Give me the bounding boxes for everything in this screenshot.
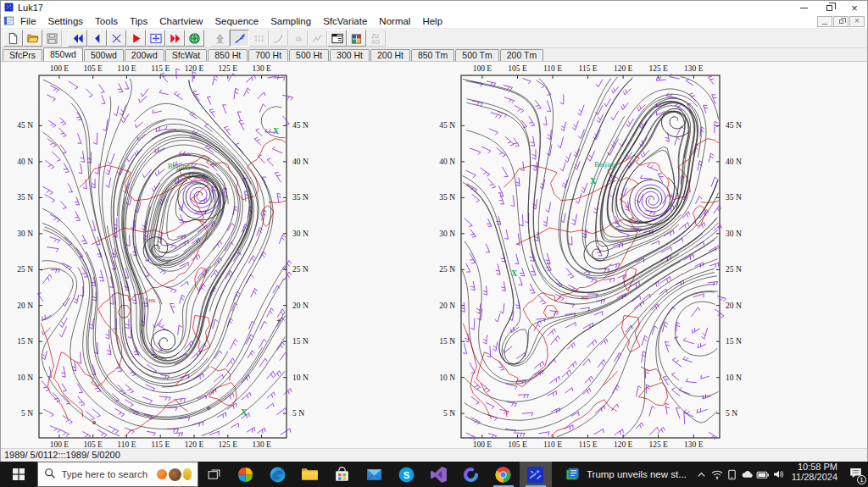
loop-taskbar-button[interactable]	[455, 462, 487, 487]
tab-sfcwat[interactable]: SfcWat	[165, 49, 207, 61]
microsoft-store-taskbar-button[interactable]	[326, 462, 359, 487]
axis-tick-label: 100 E	[473, 440, 492, 448]
axis-tick-label: 110 E	[543, 65, 562, 73]
up-arrow-button	[210, 30, 230, 47]
menu-help[interactable]: Help	[416, 15, 448, 27]
menu-file[interactable]: File	[14, 15, 42, 27]
axis-tick-label: 115 E	[151, 440, 170, 448]
axis-tick-label: 100 E	[50, 65, 70, 73]
edge-taskbar-button[interactable]	[262, 462, 294, 487]
phone-link-tray-button[interactable]	[725, 468, 740, 481]
tab-850-ht[interactable]: 850 Ht	[208, 49, 248, 61]
loop-icon	[462, 466, 480, 484]
tab-500wd[interactable]: 500wd	[84, 49, 124, 61]
wifi-tray-button[interactable]	[709, 468, 725, 481]
toolbar: ZUXO	[1, 29, 867, 48]
level-tab-bar: SfcPrs850wd500wd200wdSfcWat850 Ht700 Ht5…	[1, 48, 867, 62]
menu-normal[interactable]: Normal	[373, 15, 416, 27]
luk17-taskbar-button[interactable]	[520, 462, 552, 487]
open-folder-button[interactable]	[23, 30, 42, 47]
cancel-x-button[interactable]	[107, 30, 126, 47]
play-button[interactable]	[126, 30, 146, 47]
minimize-button[interactable]	[791, 1, 816, 14]
taskbar-search-box[interactable]: Type here to search	[37, 462, 198, 487]
globe-button[interactable]	[185, 30, 204, 47]
tab-850wd[interactable]: 850wd	[43, 47, 83, 61]
chevron-up-tray-button[interactable]	[694, 468, 709, 481]
color-grid-button[interactable]	[347, 30, 366, 47]
save-button	[42, 30, 62, 47]
tab-500-ht[interactable]: 500 Ht	[289, 49, 329, 61]
tab-500-tm[interactable]: 500 Tm	[455, 49, 498, 61]
menu-sfcvariate[interactable]: SfcVariate	[317, 15, 373, 27]
window-layout-button[interactable]	[327, 30, 347, 47]
start-button[interactable]	[0, 462, 37, 487]
tab-850-tm[interactable]: 850 Tm	[411, 49, 454, 61]
new-document-button[interactable]	[3, 30, 23, 47]
menu-tips[interactable]: Tips	[124, 15, 153, 27]
left-map-panel[interactable]: 100 E100 E105 E105 E110 E110 E115 E115 E…	[3, 65, 335, 451]
fast-forward-icon	[169, 32, 182, 45]
edge-icon	[269, 466, 287, 484]
step-back-button[interactable]	[87, 30, 107, 47]
battery-tray-button[interactable]	[755, 468, 771, 482]
open-folder-icon	[26, 32, 40, 45]
axis-tick-label: 15 N	[726, 337, 742, 346]
mail-icon	[365, 466, 383, 484]
curve-arrow-icon	[272, 32, 285, 45]
restore-button[interactable]	[816, 1, 842, 14]
menu-settings[interactable]: Settings	[42, 15, 90, 27]
task-view-button[interactable]	[198, 462, 230, 487]
notification-center-button[interactable]: 1	[843, 462, 868, 487]
tab-700-ht[interactable]: 700 Ht	[248, 49, 288, 61]
curve-arrow-button	[269, 30, 288, 47]
tab-300-ht[interactable]: 300 Ht	[330, 49, 370, 61]
file-explorer-taskbar-button[interactable]	[294, 462, 326, 487]
taskbar-clock[interactable]: 10:58 PM 11/28/2024	[792, 462, 837, 487]
copilot-icon	[236, 466, 254, 484]
rewind-button[interactable]	[68, 30, 87, 47]
toolbar-separator	[62, 30, 68, 47]
dashed-lines-button	[249, 30, 269, 47]
volume-tray-button[interactable]	[771, 468, 786, 481]
mdi-minimize-button[interactable]	[817, 16, 832, 27]
map-annotation-x: X	[273, 126, 280, 136]
axis-tick-label: 100 E	[50, 440, 70, 448]
copilot-taskbar-button[interactable]	[230, 462, 262, 487]
right-map-panel[interactable]: 100 E100 E105 E105 E110 E110 E115 E115 E…	[425, 65, 757, 451]
mdi-close-button[interactable]: ×	[849, 16, 865, 27]
menu-chartview[interactable]: Chartview	[153, 15, 209, 27]
tab-200-tm[interactable]: 200 Tm	[500, 49, 543, 61]
fit-frame-button[interactable]	[146, 30, 165, 47]
battery-icon	[755, 468, 770, 482]
axis-tick-label: 105 E	[508, 65, 527, 73]
wind-feather-button[interactable]	[230, 30, 249, 47]
document-menu-icon[interactable]	[3, 15, 14, 28]
menu-tools[interactable]: Tools	[89, 15, 124, 27]
tab-sfcprs[interactable]: SfcPrs	[3, 49, 42, 61]
visual-studio-taskbar-button[interactable]	[423, 462, 455, 487]
tab-200-ht[interactable]: 200 Ht	[370, 49, 410, 61]
news-widget[interactable]: Trump unveils new st...	[557, 462, 694, 487]
chart-client-area: 100 E100 E105 E105 E110 E110 E115 E115 E…	[1, 62, 867, 448]
tab-200wd[interactable]: 200wd	[125, 49, 164, 61]
chrome-taskbar-button[interactable]	[487, 462, 520, 487]
axis-tick-label: 40 N	[726, 158, 742, 166]
mail-taskbar-button[interactable]	[359, 462, 391, 487]
cancel-x-icon	[110, 32, 123, 45]
skype-taskbar-button[interactable]: S	[391, 462, 423, 487]
map-annotation-beijing: Beijing	[168, 162, 191, 170]
fast-forward-button[interactable]	[165, 30, 185, 47]
zu-letters-button: ZUXO	[366, 30, 386, 47]
map-annotation-o: o	[207, 404, 210, 412]
axis-tick-label: 10 N	[439, 374, 455, 382]
window-title: Luk17	[18, 3, 43, 13]
mdi-restore-button[interactable]	[833, 16, 849, 27]
axis-tick-label: 15 N	[292, 337, 309, 346]
menu-sequence[interactable]: Sequence	[209, 15, 264, 27]
map-annotation-x: X	[511, 268, 518, 278]
phone-link-icon	[726, 468, 738, 481]
close-button[interactable]: ×	[842, 1, 867, 14]
onedrive-tray-button[interactable]	[740, 468, 755, 482]
menu-sampling[interactable]: Sampling	[264, 15, 317, 27]
